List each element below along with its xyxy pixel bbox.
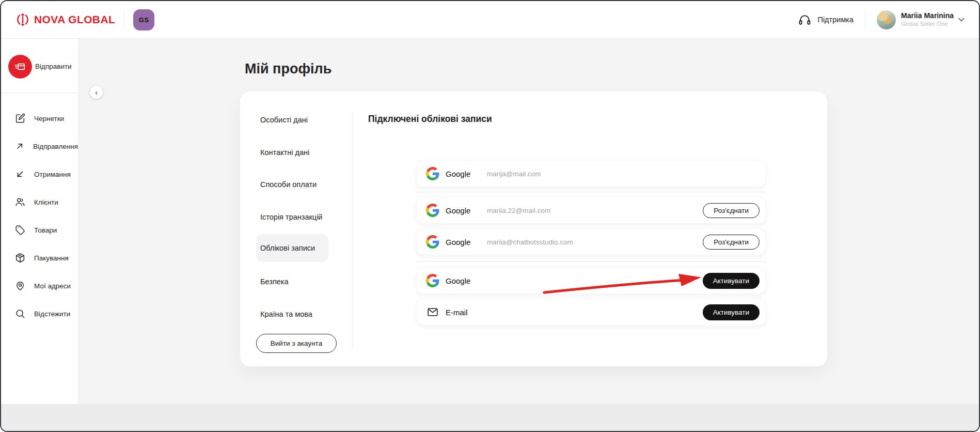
sidebar-divider	[1, 92, 78, 93]
top-header: NOVA GLOBAL GS Підтримка Mariia Marin	[1, 1, 979, 39]
account-provider: Google	[446, 169, 487, 178]
account-row: E-mail Активувати	[416, 299, 766, 326]
account-provider: E-mail	[446, 308, 487, 317]
profile-menu-item-security[interactable]: Безпека	[260, 275, 289, 288]
sidebar-item-shipments[interactable]: Відправлення	[1, 136, 78, 157]
account-row: Google mariia.22@mail.com Роз'єднати	[416, 197, 766, 224]
sidebar-collapse-button[interactable]: ‹	[90, 86, 103, 99]
nova-global-logo-icon	[16, 12, 29, 27]
sidebar-item-track[interactable]: Відстежити	[1, 303, 78, 324]
arrow-up-right-icon	[14, 141, 25, 152]
arrow-down-left-icon	[14, 168, 26, 180]
support-button[interactable]: Підтримка	[798, 13, 853, 27]
header-divider	[124, 10, 124, 29]
profile-menu-item-payments[interactable]: Способи оплати	[260, 178, 317, 191]
support-label: Підтримка	[817, 16, 853, 24]
email-icon	[426, 306, 439, 318]
header-divider	[865, 9, 865, 30]
profile-menu-item-transactions[interactable]: Історія транзакцій	[260, 211, 322, 223]
avatar[interactable]	[877, 10, 896, 29]
accounts-list: Google marija@mail.com Google mariia.22@…	[416, 160, 766, 326]
sidebar-item-label: Мої адреси	[34, 282, 71, 290]
list-divider	[416, 261, 766, 261]
sidebar-item-receiving[interactable]: Отримання	[1, 164, 78, 184]
sidebar: Відправити Чернетки Відправлення	[1, 39, 78, 404]
profile-menu-item-country[interactable]: Країна та мова	[260, 308, 312, 320]
card-divider	[352, 111, 353, 349]
sidebar-item-label: Чернетки	[34, 115, 64, 122]
workspace-badge[interactable]: GS	[133, 9, 154, 30]
sidebar-item-label: Відправлення	[33, 143, 78, 150]
sidebar-item-label: Товари	[34, 226, 57, 234]
account-email: mariia@chatbotsstudio.com	[487, 238, 573, 246]
account-email: mariia.22@mail.com	[487, 207, 550, 214]
account-row: Google marija@mail.com	[416, 160, 766, 187]
brand-logo[interactable]: NOVA GLOBAL	[16, 12, 115, 27]
disconnect-button[interactable]: Роз'єднати	[703, 235, 760, 250]
section-title: Підключені облікові записи	[368, 114, 492, 125]
profile-menu-item-accounts[interactable]: Облікові записи	[260, 242, 315, 254]
google-icon	[426, 274, 439, 287]
account-provider: Google	[446, 238, 487, 246]
sidebar-item-label: Відстежити	[34, 310, 70, 318]
package-icon	[14, 252, 26, 264]
account-row: Google Активувати	[416, 267, 766, 294]
app-window: NOVA GLOBAL GS Підтримка Mariia Marin	[0, 0, 980, 432]
disconnect-button[interactable]: Роз'єднати	[703, 203, 760, 218]
account-provider: Google	[446, 206, 487, 215]
google-icon	[426, 235, 439, 249]
brand-name: NOVA GLOBAL	[34, 13, 115, 26]
google-icon	[426, 167, 439, 180]
account-provider: Google	[446, 276, 487, 285]
account-row: Google mariia@chatbotsstudio.com Роз'єдн…	[416, 228, 766, 255]
clients-icon	[14, 196, 26, 208]
page-title: Мій профіль	[245, 61, 331, 77]
sidebar-item-label: Клієнти	[34, 198, 58, 206]
user-menu[interactable]: Mariia Marinina Global Seller One	[877, 10, 965, 29]
logout-button[interactable]: Вийти з акаунта	[256, 334, 337, 353]
profile-menu-item-contacts[interactable]: Контактні дані	[260, 146, 309, 159]
account-email: marija@mail.com	[487, 170, 541, 178]
sidebar-item-clients[interactable]: Клієнти	[1, 192, 78, 212]
headset-icon	[798, 13, 812, 27]
location-pin-icon	[14, 280, 26, 291]
send-button[interactable]	[8, 55, 32, 79]
profile-card: Особисті дані Контактні дані Способи опл…	[240, 91, 827, 366]
list-divider	[416, 192, 766, 192]
sidebar-item-drafts[interactable]: Чернетки	[1, 108, 78, 129]
activate-button[interactable]: Активувати	[703, 304, 760, 320]
activate-button[interactable]: Активувати	[703, 273, 760, 289]
sidebar-item-label: Отримання	[34, 171, 71, 178]
tag-icon	[14, 224, 26, 236]
user-name: Mariia Marinina	[901, 11, 954, 20]
google-icon	[426, 204, 439, 217]
user-organization: Global Seller One	[901, 21, 954, 28]
footer-strip	[1, 404, 979, 431]
chevron-down-icon	[958, 18, 965, 22]
search-icon	[14, 308, 26, 319]
draft-icon	[14, 113, 26, 124]
sidebar-item-label: Пакування	[34, 254, 69, 262]
profile-menu-item-personal[interactable]: Особисті дані	[260, 114, 308, 126]
sidebar-item-goods[interactable]: Товари	[1, 220, 78, 240]
sidebar-item-packaging[interactable]: Пакування	[1, 248, 78, 268]
parcel-send-icon	[13, 60, 27, 73]
send-button-label: Відправити	[35, 63, 72, 70]
sidebar-item-addresses[interactable]: Мої адреси	[1, 275, 78, 296]
